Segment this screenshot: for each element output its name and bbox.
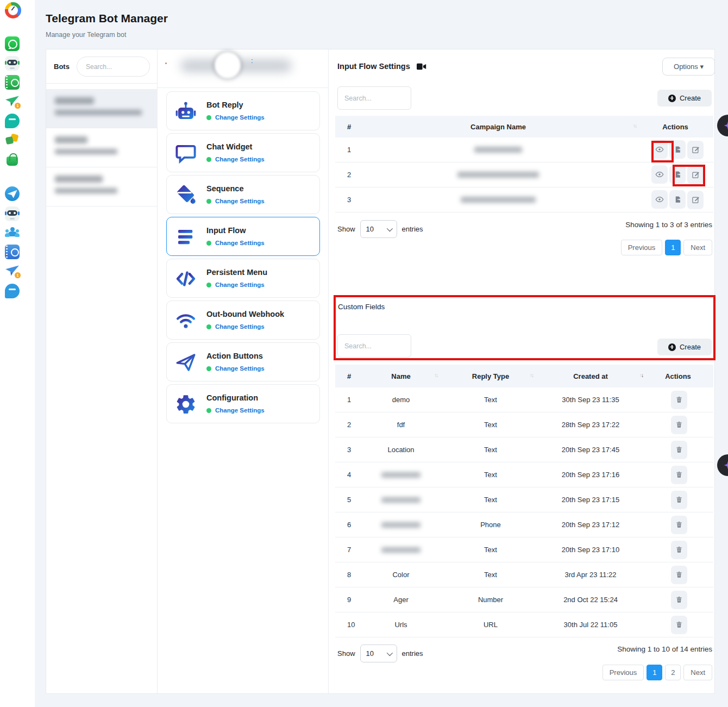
- menu-card-configuration[interactable]: Configuration Change Settings: [166, 384, 320, 423]
- edit-button[interactable]: [687, 141, 704, 159]
- previous-page-button[interactable]: Previous: [621, 240, 663, 255]
- change-settings-link[interactable]: Change Settings: [215, 198, 265, 204]
- bot-list-item[interactable]: [46, 167, 158, 207]
- col-name[interactable]: Name: [359, 372, 443, 380]
- campaign-blue-icon[interactable]: 1: [5, 264, 20, 278]
- previous-page-button[interactable]: Previous: [603, 665, 644, 680]
- custom-fields-search-input[interactable]: [337, 334, 411, 358]
- telegram-icon[interactable]: [5, 186, 20, 201]
- assistant-sparkle-button[interactable]: [717, 454, 728, 476]
- group-blue-icon[interactable]: [5, 226, 20, 240]
- delete-button[interactable]: [671, 541, 687, 559]
- sort-icon[interactable]: ↑↓: [530, 372, 533, 378]
- edit-button[interactable]: [687, 191, 704, 209]
- page-size-select[interactable]: 10: [360, 645, 397, 662]
- change-settings-link[interactable]: Change Settings: [215, 323, 265, 330]
- change-settings-link[interactable]: Change Settings: [215, 240, 265, 246]
- page-1-button[interactable]: 1: [665, 240, 681, 255]
- export-button[interactable]: [669, 165, 686, 184]
- delete-button[interactable]: [671, 416, 687, 434]
- delete-button[interactable]: [671, 441, 687, 459]
- flow-search-input[interactable]: [337, 86, 411, 110]
- bot-blue-icon[interactable]: [5, 207, 20, 221]
- change-settings-link[interactable]: Change Settings: [215, 156, 265, 162]
- contacts-green-icon[interactable]: [5, 75, 20, 90]
- section-title-custom-fields: Custom Fields: [338, 303, 385, 311]
- menu-card-sequence[interactable]: Sequence Change Settings: [166, 175, 320, 214]
- badge-count: 1: [15, 103, 21, 109]
- sort-icon-active[interactable]: ↑↓: [639, 372, 643, 378]
- created-at: 30th Jul 22 11:05: [538, 621, 643, 629]
- blurred-field-name: [381, 497, 421, 503]
- view-button[interactable]: [651, 190, 668, 209]
- table-row: 3 Location Text 20th Sep 23 17:45: [335, 437, 713, 462]
- menu-card-label: Bot Reply: [206, 101, 243, 109]
- status-green-dot: [206, 241, 211, 246]
- delete-button[interactable]: [671, 566, 687, 584]
- chat-blue-icon[interactable]: [5, 284, 20, 298]
- pagination: Previous 1 2 Next: [600, 665, 712, 680]
- bot-avatar: [215, 52, 241, 78]
- entries-label: entries: [402, 649, 423, 658]
- status-green-dot: [206, 157, 211, 162]
- bot-list-item-selected[interactable]: [46, 89, 158, 128]
- campaign-green-icon[interactable]: 1: [5, 94, 20, 109]
- view-button[interactable]: [651, 165, 668, 184]
- menu-card-input-flow[interactable]: Input Flow Change Settings: [166, 217, 320, 256]
- whatsapp-icon[interactable]: [5, 36, 20, 51]
- change-settings-link[interactable]: Change Settings: [215, 114, 265, 121]
- bot-green-icon[interactable]: [5, 56, 20, 71]
- col-created-at[interactable]: Created at: [538, 372, 643, 380]
- export-button[interactable]: [669, 140, 686, 159]
- page-size-select[interactable]: 10: [360, 220, 397, 238]
- integrations-icon[interactable]: [5, 133, 20, 147]
- contacts-blue-icon[interactable]: [5, 245, 20, 259]
- menu-card-action-buttons[interactable]: Action Buttons Change Settings: [166, 342, 320, 381]
- bot-list-item[interactable]: [46, 128, 158, 167]
- delete-button[interactable]: [671, 391, 687, 409]
- reply-type: Number: [443, 596, 538, 604]
- edit-button[interactable]: [687, 166, 704, 184]
- sort-icon[interactable]: ↑↓: [434, 372, 437, 378]
- menu-card-bot-reply[interactable]: Bot Reply Change Settings: [166, 91, 320, 130]
- change-settings-link[interactable]: Change Settings: [215, 281, 265, 288]
- dashboard-gauge-icon[interactable]: [5, 2, 20, 17]
- divider: [158, 87, 329, 88]
- next-page-button[interactable]: Next: [683, 665, 712, 680]
- col-campaign-name[interactable]: Campaign Name: [359, 123, 637, 131]
- page-size-control: Show 10 entries: [337, 220, 423, 238]
- chat-green-icon[interactable]: [5, 114, 20, 128]
- next-page-button[interactable]: Next: [683, 240, 712, 255]
- telegram-bot-manager-page: 1 1 Telegram Bot Manager Manage your Tel…: [0, 0, 728, 707]
- gear-icon: [174, 393, 197, 416]
- menu-card-label: Sequence: [206, 184, 244, 193]
- view-button[interactable]: [651, 140, 668, 159]
- change-settings-link[interactable]: Change Settings: [215, 365, 265, 372]
- bots-search-input[interactable]: [77, 57, 150, 77]
- options-button[interactable]: Options ▾: [662, 58, 715, 76]
- delete-button[interactable]: [671, 591, 687, 609]
- change-settings-link[interactable]: Change Settings: [215, 407, 265, 414]
- sort-icon[interactable]: ↑↓: [633, 123, 636, 129]
- page-2-button[interactable]: 2: [665, 665, 681, 680]
- showing-entries-text: Showing 1 to 3 of 3 entries: [625, 221, 712, 229]
- menu-card-label: Input Flow: [206, 226, 246, 235]
- table-row: 9 Ager Number 2nd Oct 22 15:24: [335, 587, 713, 612]
- shop-icon[interactable]: [5, 152, 20, 167]
- col-reply-type[interactable]: Reply Type: [443, 372, 538, 380]
- created-at: 20th Sep 23 17:16: [538, 471, 643, 479]
- delete-button[interactable]: [671, 616, 687, 634]
- custom-fields-create-button[interactable]: Create: [657, 339, 712, 355]
- menu-card-chat-widget[interactable]: Chat Widget Change Settings: [166, 133, 320, 172]
- menu-card-persistent-menu[interactable]: Persistent Menu Change Settings: [166, 259, 320, 298]
- export-button[interactable]: [669, 190, 686, 209]
- flow-create-button[interactable]: Create: [657, 90, 712, 107]
- assistant-sparkle-button[interactable]: [717, 115, 728, 136]
- delete-button[interactable]: [671, 491, 687, 509]
- delete-button[interactable]: [671, 516, 687, 534]
- delete-button[interactable]: [671, 466, 687, 484]
- status-green-dot: [206, 283, 211, 287]
- show-label: Show: [337, 649, 355, 658]
- menu-card-outbound-webhook[interactable]: Out-bound Webhook Change Settings: [166, 301, 320, 340]
- page-1-button[interactable]: 1: [647, 665, 662, 680]
